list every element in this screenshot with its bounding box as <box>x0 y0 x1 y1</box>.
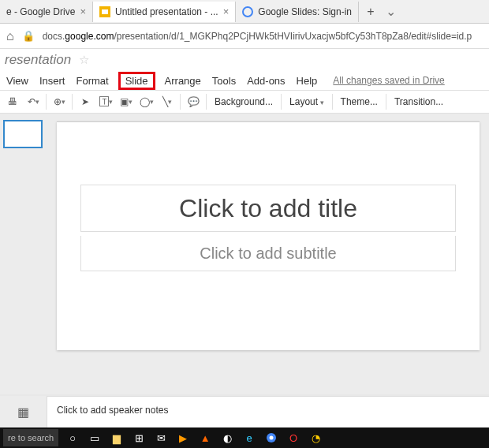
home-icon[interactable]: ⌂ <box>6 29 14 43</box>
menu-view[interactable]: View <box>6 75 28 87</box>
disc-icon[interactable]: ◔ <box>308 430 323 446</box>
doc-title[interactable]: resentation <box>5 52 71 68</box>
explorer-icon[interactable]: ▆ <box>109 430 125 446</box>
image-icon[interactable]: ▣ <box>118 94 134 110</box>
subtitle-placeholder[interactable]: Click to add subtitle <box>80 236 456 271</box>
work-area: Click to add title Click to add subtitle <box>0 114 489 394</box>
close-icon[interactable]: × <box>80 6 86 17</box>
apps-grid-icon[interactable]: ▦ <box>0 396 47 427</box>
vlc-icon[interactable]: ▲ <box>197 430 213 446</box>
browser-tab-signin[interactable]: Google Slides: Sign-in <box>236 2 359 22</box>
tab-label: e - Google Drive <box>6 6 75 17</box>
transition-button[interactable]: Transition... <box>391 96 446 107</box>
separator <box>281 94 282 110</box>
zoom-icon[interactable]: ⊕ <box>51 94 67 110</box>
tab-label: Google Slides: Sign-in <box>258 6 352 17</box>
menu-tools[interactable]: Tools <box>212 75 236 87</box>
select-icon[interactable]: ➤ <box>77 94 93 110</box>
tab-label: Untitled presentation - ... <box>115 6 218 17</box>
slide-canvas[interactable]: Click to add title Click to add subtitle <box>57 121 480 350</box>
print-icon[interactable]: 🖶 <box>5 94 21 110</box>
svg-point-2 <box>243 7 252 17</box>
separator <box>72 94 73 110</box>
menu-format[interactable]: Format <box>76 75 108 87</box>
chrome-icon[interactable] <box>263 430 279 446</box>
menu-arrange[interactable]: Arrange <box>165 75 201 87</box>
tabs-overflow-icon[interactable]: ⌄ <box>383 4 398 19</box>
undo-icon[interactable]: ↶ <box>25 94 41 110</box>
menu-slide[interactable]: Slide <box>118 72 155 90</box>
svg-rect-1 <box>102 9 108 14</box>
textbox-icon[interactable]: 🅃 <box>98 94 114 110</box>
shape-icon[interactable]: ◯ <box>139 94 155 110</box>
menu-addons[interactable]: Add-ons <box>247 75 285 87</box>
taskbar-search[interactable]: re to search <box>3 429 58 446</box>
svg-point-4 <box>270 436 274 440</box>
title-placeholder[interactable]: Click to add title <box>80 185 456 232</box>
menu-bar: View Insert Format Slide Arrange Tools A… <box>0 71 489 90</box>
url-text[interactable]: docs.google.com/presentation/d/1_MGKPhq2… <box>43 31 472 42</box>
windows-taskbar: re to search ○ ▭ ▆ ⊞ ✉ ▶ ▲ ◐ e O ◔ <box>0 427 489 448</box>
opera-icon[interactable]: O <box>286 430 301 446</box>
separator <box>206 94 207 110</box>
steam-icon[interactable]: ◐ <box>219 430 235 446</box>
doc-title-row: resentation ☆ <box>0 49 489 71</box>
separator <box>332 94 333 110</box>
theme-button[interactable]: Theme... <box>338 96 381 107</box>
save-status[interactable]: All changes saved in Drive <box>333 75 444 86</box>
taskview-icon[interactable]: ▭ <box>87 430 103 446</box>
slide-thumbs-panel <box>0 114 47 394</box>
edge-icon[interactable]: e <box>241 430 257 446</box>
store-icon[interactable]: ⊞ <box>131 430 147 446</box>
slide-thumb-1[interactable] <box>3 120 43 148</box>
menu-insert[interactable]: Insert <box>39 75 65 87</box>
line-icon[interactable]: ╲ <box>159 94 175 110</box>
separator <box>46 94 47 110</box>
browser-tab-drive[interactable]: e - Google Drive × <box>0 2 93 22</box>
separator <box>180 94 181 110</box>
star-icon[interactable]: ☆ <box>79 53 89 67</box>
new-tab-button[interactable]: + <box>359 5 383 19</box>
speaker-notes[interactable]: Click to add speaker notes <box>47 396 489 427</box>
browser-tab-presentation[interactable]: Untitled presentation - ... × <box>93 2 236 22</box>
lock-icon[interactable]: 🔒 <box>22 30 35 42</box>
media-icon[interactable]: ▶ <box>175 430 191 446</box>
toolbar: 🖶 ↶ ⊕ ➤ 🅃 ▣ ◯ ╲ 💬 Background... Layout T… <box>0 90 489 114</box>
canvas-wrap: Click to add title Click to add subtitle <box>47 114 489 394</box>
slides-icon <box>99 6 110 17</box>
menu-help[interactable]: Help <box>297 75 318 87</box>
close-icon[interactable]: × <box>223 6 230 17</box>
layout-button[interactable]: Layout <box>286 96 327 107</box>
comment-icon[interactable]: 💬 <box>185 94 201 110</box>
mail-icon[interactable]: ✉ <box>153 430 169 446</box>
address-bar-row: ⌂ 🔒 docs.google.com/presentation/d/1_MGK… <box>0 24 489 49</box>
google-icon <box>242 6 253 17</box>
browser-tabstrip: e - Google Drive × Untitled presentation… <box>0 0 489 24</box>
background-button[interactable]: Background... <box>211 96 276 107</box>
separator <box>386 94 386 110</box>
cortana-icon[interactable]: ○ <box>65 430 80 446</box>
